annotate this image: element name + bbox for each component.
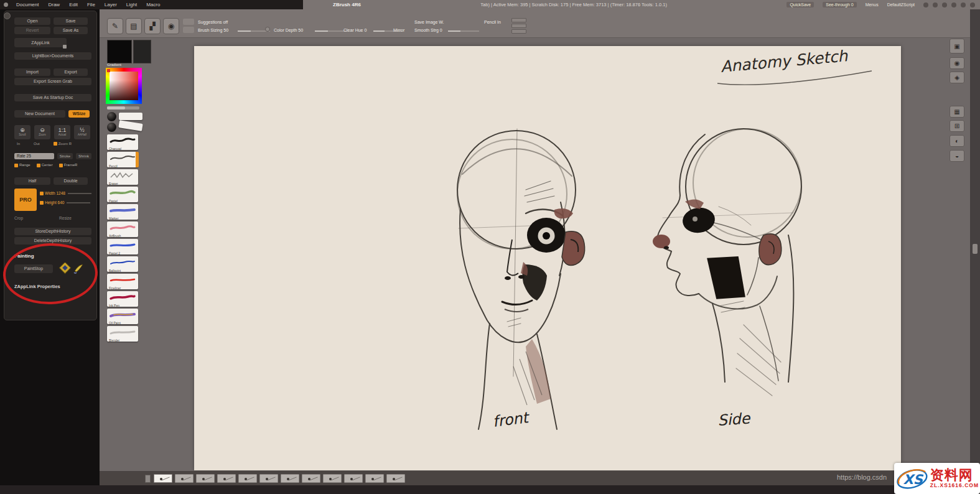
saturation-square[interactable]: [110, 72, 138, 100]
pro-toggle[interactable]: PRO: [14, 189, 37, 211]
photo-tool-button[interactable]: ◉: [163, 18, 179, 34]
zoom-r-label[interactable]: Zoom R: [54, 142, 72, 146]
tool-card-pencil[interactable]: Pencil: [107, 152, 138, 167]
zoom-in-label[interactable]: In: [17, 142, 20, 146]
paper-tool-button[interactable]: ▤: [126, 18, 142, 34]
tool-card-pastel2[interactable]: Pastel 2: [107, 239, 138, 254]
see-through-button[interactable]: ◉: [950, 57, 964, 69]
tool-card-inkpen[interactable]: Ink Pen: [107, 291, 138, 307]
smooth-strength-slider[interactable]: Smooth Strg 0: [414, 28, 442, 32]
tool-card-eraser[interactable]: Eraser: [107, 169, 138, 185]
brush-sizing-slider[interactable]: Brush Sizing 50: [198, 28, 228, 32]
tool-card-pastel[interactable]: Pastel: [107, 187, 138, 202]
tool-card-airbrush[interactable]: AirBrush: [107, 221, 138, 237]
menu-draw[interactable]: Draw: [48, 2, 60, 7]
color-picker[interactable]: [106, 68, 142, 104]
tool-card-oilpaint[interactable]: Oil Paint: [107, 309, 138, 324]
tool-card-blender[interactable]: Blender: [107, 326, 138, 342]
zoom-out-label[interactable]: Out: [34, 142, 40, 146]
stroke-preview-knob[interactable]: [107, 123, 116, 132]
color-depth-slider[interactable]: Color Depth 50: [274, 28, 303, 32]
paper-swatch[interactable]: [238, 474, 257, 483]
import-button[interactable]: Import: [14, 68, 50, 76]
mini-button-top[interactable]: [183, 19, 194, 25]
stack-button[interactable]: [511, 18, 526, 22]
center-toggle[interactable]: Center: [37, 163, 53, 167]
paper-swatch[interactable]: [281, 474, 299, 483]
stroke-preview-card[interactable]: [118, 120, 142, 131]
mini-button-bottom[interactable]: [183, 27, 194, 33]
rate-slider[interactable]: Rate 25: [14, 153, 54, 159]
shrink-button[interactable]: Shrink: [76, 153, 91, 159]
paper-swatch[interactable]: [217, 474, 236, 483]
save-button[interactable]: Save: [54, 17, 88, 25]
new-document-button[interactable]: New Document: [14, 110, 65, 118]
frame-button[interactable]: ▣: [950, 39, 964, 54]
wsize-toggle[interactable]: WSize: [68, 110, 90, 118]
aahalf-button[interactable]: ½ AAHalf: [74, 125, 90, 139]
stack-button[interactable]: [511, 29, 526, 34]
help-icon[interactable]: [923, 2, 928, 7]
menu-light[interactable]: Light: [126, 2, 137, 7]
menu-edit[interactable]: Edit: [69, 2, 78, 7]
menus-toggle[interactable]: Menus: [866, 2, 879, 7]
default-zscript-button[interactable]: DefaultZScript: [887, 2, 915, 7]
scroll-canvas-button[interactable]: ▦: [950, 106, 964, 118]
color-depth-track[interactable]: [315, 30, 347, 32]
gradient-toggle[interactable]: Gradient: [107, 63, 121, 67]
store-depth-history-button[interactable]: StoreDepthHistory: [14, 228, 91, 235]
paper-swatch[interactable]: [365, 474, 384, 483]
open-button[interactable]: Open: [14, 17, 50, 25]
quicksave-button[interactable]: QuickSave: [786, 2, 814, 7]
pencil-in-label[interactable]: Pencil In: [484, 20, 501, 24]
zapplink-button[interactable]: ZAppLink: [14, 38, 67, 47]
export-button[interactable]: Export: [54, 68, 88, 76]
resize-button[interactable]: Resize: [59, 216, 72, 220]
revert-button[interactable]: Revert: [14, 27, 50, 34]
palette-pin-icon[interactable]: [4, 12, 11, 19]
lightbox-documents-button[interactable]: LightBox>Documents: [14, 52, 91, 60]
paper-swatch[interactable]: [154, 474, 172, 483]
zoom-button[interactable]: ⊖ Zoom: [34, 125, 50, 139]
menu-file[interactable]: File: [87, 2, 95, 7]
color-intensity-slider[interactable]: [107, 106, 139, 110]
pencil-tool-button[interactable]: ✎: [107, 18, 123, 34]
menu-macro[interactable]: Macro: [146, 2, 160, 7]
primary-color-swatch[interactable]: [107, 40, 132, 63]
palette-icon[interactable]: [942, 2, 947, 7]
actual-size-button[interactable]: 1:1 Actual: [54, 125, 70, 139]
export-screen-grab-button[interactable]: Export Screen Grab: [14, 78, 91, 85]
secondary-color-swatch[interactable]: [133, 40, 151, 63]
layers-tool-button[interactable]: ▞: [144, 18, 161, 34]
app-logo-icon[interactable]: [4, 2, 8, 7]
height-slider[interactable]: Height 640: [40, 200, 91, 205]
mirror-toggle[interactable]: Mirror: [393, 28, 404, 32]
crop-button[interactable]: Crop: [14, 216, 23, 220]
width-slider[interactable]: Width 1248: [40, 191, 91, 195]
save-as-startup-doc-button[interactable]: Save As Startup Doc: [14, 94, 91, 101]
paper-strip-toggle[interactable]: [145, 475, 151, 483]
see-through-slider[interactable]: See-through 0: [823, 2, 856, 7]
tool-card-fineliner[interactable]: Fineliner: [107, 274, 138, 289]
menu-document[interactable]: Document: [16, 2, 39, 7]
paper-swatch[interactable]: [196, 474, 215, 483]
aa-half-canvas-button[interactable]: ◒: [950, 150, 964, 162]
actual-canvas-button[interactable]: ◐: [950, 135, 964, 147]
suggestions-toggle[interactable]: Suggestions off: [198, 20, 228, 24]
paper-swatch[interactable]: [323, 474, 342, 483]
stroke-button[interactable]: Stroke: [57, 153, 73, 159]
window-icon[interactable]: [961, 2, 966, 7]
range-toggle[interactable]: Range: [14, 163, 30, 167]
local-pivot-button[interactable]: ◈: [950, 72, 964, 83]
paper-swatch[interactable]: [344, 474, 363, 483]
smooth-track[interactable]: [448, 30, 479, 32]
double-button[interactable]: Double: [54, 177, 88, 185]
tool-card-ballpoint[interactable]: Ballpoint: [107, 256, 138, 272]
tool-card-marker[interactable]: Marker: [107, 204, 138, 220]
menu-layer[interactable]: Layer: [105, 2, 117, 7]
paper-swatch[interactable]: [259, 474, 278, 483]
gear-icon[interactable]: [951, 2, 956, 7]
brush-preview-card[interactable]: [119, 113, 142, 120]
home-icon[interactable]: [933, 2, 938, 7]
scroll-button[interactable]: ⊕ Scroll: [14, 125, 30, 139]
